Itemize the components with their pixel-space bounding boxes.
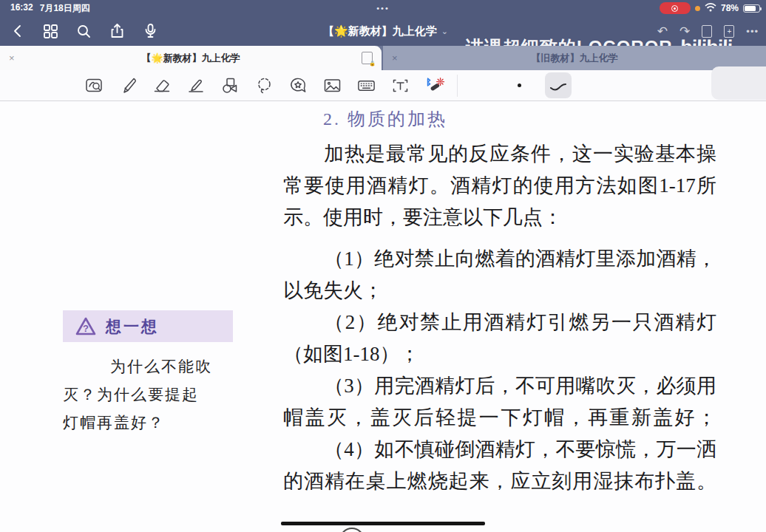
wifi-icon: [705, 1, 716, 15]
microphone-button[interactable]: [142, 23, 158, 39]
text-line: 帽盖灭，盖灭后轻提一下灯帽，再重新盖好；: [283, 402, 716, 434]
pen-tool[interactable]: [118, 76, 138, 96]
think-box-title: 想一想: [106, 316, 159, 337]
tab-old-textbook[interactable]: × 【旧教材】九上化学: [383, 46, 766, 70]
question-triangle-icon: ?: [75, 316, 97, 337]
back-button[interactable]: [9, 23, 25, 39]
text-line: 的酒精在桌上燃烧起来，应立刻用湿抹布扑盖。: [283, 466, 716, 497]
screen-recording-indicator[interactable]: [660, 2, 691, 14]
text-line: 常要使用酒精灯。酒精灯的使用方法如图1-17所: [283, 170, 716, 202]
status-center-dots-icon: •••: [0, 4, 766, 13]
zoom-window-tool[interactable]: [84, 76, 104, 96]
notebook-page[interactable]: 2. 物质的加热 加热是最常见的反应条件，这一实验基本操作 常要使用酒精灯。酒精…: [0, 101, 766, 532]
lasso-tool[interactable]: [254, 76, 274, 96]
think-line: 为什么不能吹: [63, 352, 224, 381]
search-button[interactable]: [75, 23, 92, 39]
page-lock-icon[interactable]: [362, 52, 373, 64]
add-page-button[interactable]: +: [724, 25, 734, 38]
figure-partial-circle: [339, 528, 365, 532]
mic-active-dot-icon: [695, 6, 700, 11]
undo-button[interactable]: ↶: [657, 24, 668, 39]
selected-stroke-style[interactable]: [545, 72, 572, 98]
think-box-banner: ? 想一想: [63, 310, 233, 342]
text-box-tool[interactable]: [390, 76, 410, 96]
think-line: 灭？为什么要提起: [63, 381, 224, 409]
keyboard-tool[interactable]: [356, 76, 376, 96]
battery-icon: [743, 4, 760, 13]
chevron-down-icon: ⌄: [441, 27, 448, 36]
image-tool[interactable]: [322, 76, 342, 96]
eraser-tool[interactable]: [152, 76, 172, 96]
tab-bar: × 【🌟新教材】九上化学 × 【旧教材】九上化学: [0, 46, 766, 70]
document-title[interactable]: 【🌟新教材】九上化学 ⌄: [323, 16, 448, 46]
record-icon: [671, 5, 678, 12]
text-line: 示。使用时，要注意以下几点：: [283, 202, 716, 233]
edit-toolbar: [0, 70, 766, 101]
thumbnails-grid-button[interactable]: [42, 23, 58, 39]
share-button[interactable]: [109, 23, 125, 39]
page-icon[interactable]: [702, 25, 712, 38]
stroke-width-dot[interactable]: [518, 83, 521, 87]
stroke-curve-icon: [549, 81, 567, 91]
text-line: （4）如不慎碰倒酒精灯，不要惊慌，万一洒出: [283, 434, 716, 466]
toolbar-divider: [457, 75, 458, 97]
think-line: 灯帽再盖好？: [63, 409, 224, 437]
highlighter-tool[interactable]: [186, 76, 206, 96]
tab-new-textbook[interactable]: × 【🌟新教材】九上化学: [0, 46, 382, 70]
redo-button[interactable]: ↷: [679, 24, 690, 39]
think-box-text: 为什么不能吹 灭？为什么要提起 灯帽再盖好？: [63, 352, 224, 437]
battery-percent: 78%: [721, 3, 739, 13]
laser-pointer-tool[interactable]: [424, 76, 444, 96]
text-line: （2）绝对禁止用酒精灯引燃另一只酒精灯: [283, 307, 716, 338]
text-line: （1）绝对禁止向燃着的酒精灯里添加酒精，: [283, 243, 716, 275]
more-button[interactable]: •••: [746, 26, 759, 37]
body-text: 加热是最常见的反应条件，这一实验基本操作 常要使用酒精灯。酒精灯的使用方法如图1…: [283, 138, 716, 497]
section-heading: 2. 物质的加热: [323, 107, 447, 131]
text-line: 以免失火；: [283, 275, 716, 307]
sticker-tool[interactable]: [288, 76, 308, 96]
shapes-tool[interactable]: [220, 76, 240, 96]
tab-label: 【旧教材】九上化学: [383, 52, 766, 65]
nav-bar: 【🌟新教材】九上化学 ⌄ ↶ ↷ + ••• 讲课超细致的LOCOROR bil…: [0, 16, 766, 46]
text-line: 加热是最常见的反应条件，这一实验基本操作: [283, 138, 716, 170]
status-bar: 16:32 7月18日周四 ••• 78%: [0, 0, 766, 16]
tab-label: 【🌟新教材】九上化学: [0, 52, 382, 65]
text-line: （如图1-18）；: [283, 338, 716, 370]
text-line: （3）用完酒精灯后，不可用嘴吹灭，必须用灯: [283, 370, 716, 402]
svg-text:?: ?: [83, 323, 89, 334]
figure-top-rule: [281, 522, 485, 525]
collapsed-panel[interactable]: [711, 66, 766, 100]
